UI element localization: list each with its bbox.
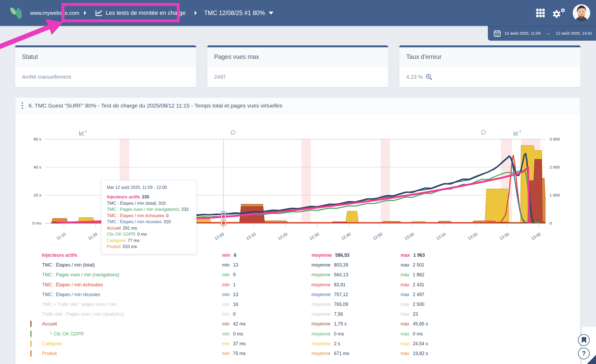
legend-min: min75 ms xyxy=(222,351,311,356)
legend-row[interactable]: TMC : Étapes / min (total)min13moyenne80… xyxy=(23,260,557,270)
legend-label: Accueil xyxy=(42,321,222,327)
x-tick-label: 12:40 xyxy=(340,232,351,241)
chart-event-band xyxy=(380,139,390,223)
annotation-arrow-shaft xyxy=(0,27,49,48)
x-tick-label: 13:00 xyxy=(404,232,415,241)
svg-text:2 000: 2 000 xyxy=(549,165,560,169)
multichart-icon[interactable]: 3 xyxy=(80,130,87,135)
legend-box-swatch xyxy=(30,331,31,337)
breadcrumb-section-load-tests[interactable]: Les tests de montée en charge xyxy=(91,6,190,20)
legend-avg: moyenne1,79 s xyxy=(311,321,401,327)
legend-label: TMC : Étapes / min (total) xyxy=(42,262,222,268)
chevron-right-icon xyxy=(84,10,87,16)
breadcrumb-site[interactable]: www.mywebsite.com xyxy=(30,10,79,16)
chart-tooltip: Mar 12 août 2025, 11:59 - 12:00 Injecteu… xyxy=(101,180,196,254)
tooltip-row: TMC : Étapes / min réussies310 xyxy=(107,219,191,225)
legend-avg: moyenne2 s xyxy=(311,341,401,347)
chart-panel-title: 6. TMC Guest "SURF" 80% - Test de charge… xyxy=(29,102,282,109)
legend-row[interactable]: TMC + Trafic réel : pages vues / minmin1… xyxy=(23,300,557,309)
tooltip-row: TMC : Étapes / min échouées0 xyxy=(107,213,191,219)
comment-icon[interactable] xyxy=(482,130,486,134)
legend-max: max0 ms xyxy=(401,331,557,337)
legend-avg: moyenne757,12 xyxy=(311,292,401,297)
daterange-picker[interactable]: 12 août 2025, 11:05 → 12 août 2025, 13:4… xyxy=(488,26,596,41)
bookmark-button[interactable] xyxy=(578,334,590,346)
app-logo-leaf-icon[interactable] xyxy=(10,6,26,20)
tooltip-row: Clic OK GDPR0 ms xyxy=(107,231,191,237)
test-selector-dropdown[interactable]: TMC 12/08/25 #1 80% xyxy=(204,10,273,17)
legend-box-swatch xyxy=(30,340,31,347)
user-avatar[interactable] xyxy=(573,4,590,22)
legend-max: max24,54 s xyxy=(401,341,557,347)
caret-down-icon xyxy=(269,12,273,15)
legend-max: max1 862 xyxy=(401,272,557,278)
card-taux-erreur: Taux d'erreur 4.23 % xyxy=(399,45,580,87)
svg-text:1 000: 1 000 xyxy=(549,193,560,197)
legend-min: min0 xyxy=(222,311,311,317)
hover-point xyxy=(222,215,226,219)
x-tick-label: 13:30 xyxy=(499,232,510,241)
legend-row[interactable]: Produitmin75 msmoyenne671 msmax19,82 s xyxy=(23,349,557,358)
help-button[interactable]: ? xyxy=(578,348,590,359)
card-statut: Statut Arrêté manuellement xyxy=(15,45,196,87)
apps-grid-icon[interactable] xyxy=(536,8,545,18)
card-value: Arrêté manuellement xyxy=(22,74,71,80)
svg-text:3: 3 xyxy=(85,130,87,133)
card-title: Pages vues max xyxy=(207,47,388,67)
legend-min: min16 xyxy=(222,302,311,307)
tooltip-row: TMC : Pages vues / min (navigations)232 xyxy=(107,206,191,213)
kebab-menu-icon[interactable] xyxy=(22,102,23,109)
legend-box-swatch xyxy=(30,321,31,327)
settings-gears-icon[interactable] xyxy=(552,7,566,19)
x-tick-label: 13:20 xyxy=(467,232,478,241)
svg-text:3 000: 3 000 xyxy=(549,137,560,141)
summary-cards: Statut Arrêté manuellement Pages vues ma… xyxy=(15,45,580,87)
legend-min: min1 xyxy=(222,282,311,288)
line-chart-icon xyxy=(95,10,103,16)
tooltip-row: TMC : Étapes / min (total)310 xyxy=(107,200,191,207)
legend-avg: moyenne765,09 xyxy=(311,302,401,307)
zoom-in-icon[interactable] xyxy=(425,73,432,80)
x-tick-label: 12:10 xyxy=(245,232,256,241)
legend-avg: moyenne803,39 xyxy=(311,262,401,268)
legend-row[interactable]: TMC : Pages vues / min (navigations)min9… xyxy=(23,270,557,280)
legend-max: max2 501 xyxy=(401,262,557,268)
legend-avg: moyenne671 ms xyxy=(311,351,401,356)
legend-row[interactable]: TMC : Étapes / min réussiesmin13moyenne7… xyxy=(23,290,557,300)
legend-min: min9 xyxy=(222,272,311,278)
svg-text:20 s: 20 s xyxy=(34,193,42,197)
daterange-to: 12 août 2025, 13:41 xyxy=(556,31,592,36)
x-tick-label: 12:30 xyxy=(309,232,320,241)
legend-label: └ Clic OK GDPR xyxy=(42,331,222,337)
legend-max: max2 431 xyxy=(401,282,557,288)
card-title: Statut xyxy=(15,47,196,67)
legend-min: min37 ms xyxy=(222,341,311,347)
card-pages-vues-max: Pages vues max 2497 xyxy=(207,45,388,87)
legend-row[interactable]: TMC : Étapes / min échouéesmin1moyenne83… xyxy=(23,280,557,290)
legend-avg: moyenne7,56 xyxy=(311,311,401,317)
legend-row[interactable]: Catégoriemin37 msmoyenne2 smax24,54 s xyxy=(23,339,557,349)
card-title: Taux d'erreur xyxy=(399,47,580,67)
legend-max: max2 497 xyxy=(401,292,557,297)
arrow-right-icon: → xyxy=(546,31,551,36)
svg-text:60 s: 60 s xyxy=(34,137,42,141)
x-tick-label: 12:50 xyxy=(372,232,383,241)
legend-max: max2 500 xyxy=(401,302,557,307)
tooltip-title: Mar 12 août 2025, 11:59 - 12:00 xyxy=(107,185,191,190)
legend-row[interactable]: └ Clic OK GDPRmin0 msmoyenne0 msmax0 ms xyxy=(23,329,557,339)
bookmark-icon xyxy=(582,337,586,343)
legend-label: Catégorie xyxy=(42,341,222,347)
legend-box-swatch xyxy=(30,350,31,357)
legend-label: TMC + Trafic réel : pages vues / min xyxy=(42,302,222,307)
legend-min: min6 xyxy=(222,253,311,258)
multichart-icon[interactable]: 3 xyxy=(514,130,521,135)
legend-row[interactable]: Trafic réel : Pages vues / min (analytic… xyxy=(23,309,557,319)
comment-icon[interactable] xyxy=(231,130,235,134)
svg-text:0 ms: 0 ms xyxy=(32,221,41,225)
legend-avg: moyenne586,53 xyxy=(311,253,401,258)
svg-text:3: 3 xyxy=(519,130,521,133)
legend-row[interactable]: Accueilmin42 msmoyenne1,79 smax45,65 s xyxy=(23,319,557,329)
svg-text:40 s: 40 s xyxy=(34,165,42,169)
chevron-right-icon xyxy=(194,10,197,16)
svg-text:0: 0 xyxy=(549,221,552,225)
